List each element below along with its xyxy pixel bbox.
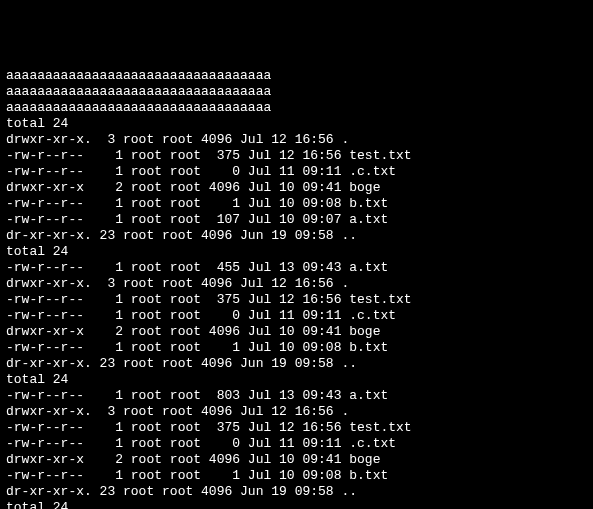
terminal-line: total 24: [6, 244, 587, 260]
terminal-line: aaaaaaaaaaaaaaaaaaaaaaaaaaaaaaaaaa: [6, 68, 587, 84]
terminal-line: dr-xr-xr-x. 23 root root 4096 Jun 19 09:…: [6, 228, 587, 244]
terminal-line: -rw-r--r-- 1 root root 0 Jul 11 09:11 .c…: [6, 164, 587, 180]
terminal-line: -rw-r--r-- 1 root root 107 Jul 10 09:07 …: [6, 212, 587, 228]
terminal-line: -rw-r--r-- 1 root root 1 Jul 10 09:08 b.…: [6, 340, 587, 356]
terminal-line: -rw-r--r-- 1 root root 1 Jul 10 09:08 b.…: [6, 196, 587, 212]
terminal-line: dr-xr-xr-x. 23 root root 4096 Jun 19 09:…: [6, 356, 587, 372]
terminal-line: drwxr-xr-x 2 root root 4096 Jul 10 09:41…: [6, 180, 587, 196]
terminal-line: -rw-r--r-- 1 root root 1 Jul 10 09:08 b.…: [6, 468, 587, 484]
terminal-line: aaaaaaaaaaaaaaaaaaaaaaaaaaaaaaaaaa: [6, 100, 587, 116]
terminal-line: -rw-r--r-- 1 root root 0 Jul 11 09:11 .c…: [6, 308, 587, 324]
terminal-output: aaaaaaaaaaaaaaaaaaaaaaaaaaaaaaaaaaaaaaaa…: [6, 68, 587, 509]
terminal-line: total 24: [6, 500, 587, 509]
terminal-line: drwxr-xr-x. 3 root root 4096 Jul 12 16:5…: [6, 404, 587, 420]
terminal-line: -rw-r--r-- 1 root root 375 Jul 12 16:56 …: [6, 148, 587, 164]
terminal-line: total 24: [6, 116, 587, 132]
terminal-line: drwxr-xr-x 2 root root 4096 Jul 10 09:41…: [6, 452, 587, 468]
terminal-line: -rw-r--r-- 1 root root 0 Jul 11 09:11 .c…: [6, 436, 587, 452]
terminal-line: drwxr-xr-x 2 root root 4096 Jul 10 09:41…: [6, 324, 587, 340]
terminal-line: drwxr-xr-x. 3 root root 4096 Jul 12 16:5…: [6, 132, 587, 148]
terminal-line: aaaaaaaaaaaaaaaaaaaaaaaaaaaaaaaaaa: [6, 84, 587, 100]
terminal-line: -rw-r--r-- 1 root root 803 Jul 13 09:43 …: [6, 388, 587, 404]
terminal-line: total 24: [6, 372, 587, 388]
terminal-line: -rw-r--r-- 1 root root 375 Jul 12 16:56 …: [6, 420, 587, 436]
terminal-line: -rw-r--r-- 1 root root 455 Jul 13 09:43 …: [6, 260, 587, 276]
terminal-line: dr-xr-xr-x. 23 root root 4096 Jun 19 09:…: [6, 484, 587, 500]
terminal-line: -rw-r--r-- 1 root root 375 Jul 12 16:56 …: [6, 292, 587, 308]
terminal-line: drwxr-xr-x. 3 root root 4096 Jul 12 16:5…: [6, 276, 587, 292]
